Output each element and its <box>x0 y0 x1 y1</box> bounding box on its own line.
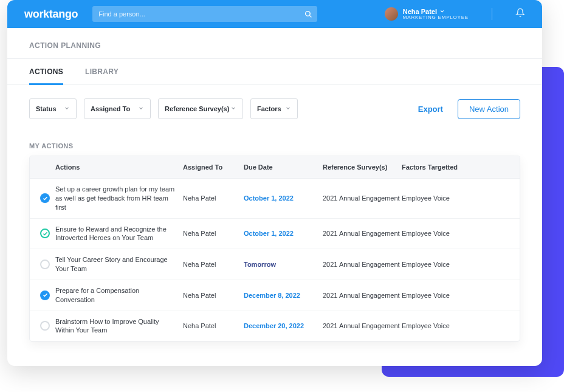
assigned-to-text: Neha Patel <box>183 230 244 237</box>
filter-factors-label: Factors <box>257 105 281 112</box>
action-text: Set up a career growth plan for my team … <box>55 185 183 212</box>
filter-status-label: Status <box>36 105 57 112</box>
new-action-button[interactable]: New Action <box>458 99 520 119</box>
due-date-text: Tomorrow <box>244 261 323 268</box>
table-row[interactable]: Prepare for a Compensation ConversationN… <box>30 280 520 311</box>
filter-reference-survey[interactable]: Reference Survey(s) <box>158 98 243 119</box>
filter-assigned-to[interactable]: Assigned To <box>84 98 151 119</box>
app-window: worktango Neha Patel MARKETING EMPLOYEE <box>7 0 542 366</box>
status-icon[interactable] <box>40 291 50 300</box>
user-menu[interactable]: Neha Patel MARKETING EMPLOYEE <box>385 7 469 21</box>
filter-assigned-label: Assigned To <box>91 105 130 112</box>
assigned-to-text: Neha Patel <box>183 261 244 268</box>
filter-factors[interactable]: Factors <box>250 98 298 119</box>
chevron-down-icon <box>64 105 70 112</box>
factor-text: Employee Voice <box>402 230 493 237</box>
chevron-down-icon <box>138 105 144 112</box>
factor-text: Employee Voice <box>402 261 493 268</box>
col-factors: Factors Targetted <box>402 163 493 171</box>
factor-text: Employee Voice <box>402 194 493 202</box>
col-due-date: Due Date <box>244 163 323 171</box>
table-header: Actions Assigned To Due Date Reference S… <box>30 156 520 179</box>
due-date-text: December 20, 2022 <box>244 322 323 329</box>
table-row[interactable]: Set up a career growth plan for my team … <box>30 179 520 219</box>
survey-text: 2021 Annual Engagement <box>323 322 402 329</box>
status-icon[interactable] <box>40 321 50 331</box>
status-icon[interactable] <box>40 229 50 238</box>
page-title: ACTION PLANNING <box>7 41 542 58</box>
assigned-to-text: Neha Patel <box>183 194 244 202</box>
col-assigned-to: Assigned To <box>183 163 244 171</box>
action-text: Tell Your Career Story and Encourage You… <box>55 255 183 273</box>
due-date-text: December 8, 2022 <box>244 292 323 299</box>
factor-text: Employee Voice <box>402 322 493 329</box>
assigned-to-text: Neha Patel <box>183 322 244 329</box>
tab-library[interactable]: LIBRARY <box>85 59 119 84</box>
table-body: Set up a career growth plan for my team … <box>30 179 520 341</box>
survey-text: 2021 Annual Engagement <box>323 194 402 202</box>
divider <box>492 8 492 20</box>
svg-line-1 <box>310 15 312 17</box>
factor-text: Employee Voice <box>402 292 493 299</box>
content: ACTION PLANNING ACTIONS LIBRARY Status A… <box>7 28 542 366</box>
search-icon[interactable] <box>304 10 312 21</box>
svg-point-0 <box>306 12 311 16</box>
actions-table: Actions Assigned To Due Date Reference S… <box>29 156 520 342</box>
tab-actions[interactable]: ACTIONS <box>29 59 63 84</box>
chevron-down-icon <box>230 105 236 112</box>
user-name-label: Neha Patel <box>403 8 437 15</box>
tabs: ACTIONS LIBRARY <box>7 58 542 85</box>
action-text: Ensure to Reward and Recognize the Intro… <box>55 225 183 243</box>
chevron-down-icon <box>439 8 445 15</box>
toolbar: Status Assigned To Reference Survey(s) F… <box>7 85 542 125</box>
status-icon[interactable] <box>40 193 50 203</box>
topbar: worktango Neha Patel MARKETING EMPLOYEE <box>7 0 542 28</box>
search-input[interactable] <box>92 6 317 22</box>
filter-status[interactable]: Status <box>29 98 77 119</box>
user-text: Neha Patel MARKETING EMPLOYEE <box>403 8 469 21</box>
action-text: Brainstorm How to Improve Quality Within… <box>55 317 183 335</box>
due-date-text: October 1, 2022 <box>244 194 323 202</box>
survey-text: 2021 Annual Engagement <box>323 230 402 237</box>
section-title: MY ACTIONS <box>7 125 542 156</box>
due-date-text: October 1, 2022 <box>244 230 323 237</box>
notifications-icon[interactable] <box>515 8 525 20</box>
col-actions: Actions <box>55 163 183 171</box>
table-row[interactable]: Tell Your Career Story and Encourage You… <box>30 249 520 280</box>
logo: worktango <box>24 8 78 21</box>
export-button[interactable]: Export <box>418 105 443 114</box>
filter-survey-label: Reference Survey(s) <box>165 105 229 112</box>
status-icon[interactable] <box>40 260 50 269</box>
table-row[interactable]: Ensure to Reward and Recognize the Intro… <box>30 219 520 250</box>
action-text: Prepare for a Compensation Conversation <box>55 286 183 304</box>
search-wrap <box>92 6 317 22</box>
table-row[interactable]: Brainstorm How to Improve Quality Within… <box>30 311 520 342</box>
avatar <box>385 7 398 21</box>
survey-text: 2021 Annual Engagement <box>323 261 402 268</box>
col-reference-surveys: Reference Survey(s) <box>323 163 402 171</box>
chevron-down-icon <box>285 105 291 112</box>
assigned-to-text: Neha Patel <box>183 292 244 299</box>
user-role-label: MARKETING EMPLOYEE <box>403 15 469 21</box>
survey-text: 2021 Annual Engagement <box>323 292 402 299</box>
